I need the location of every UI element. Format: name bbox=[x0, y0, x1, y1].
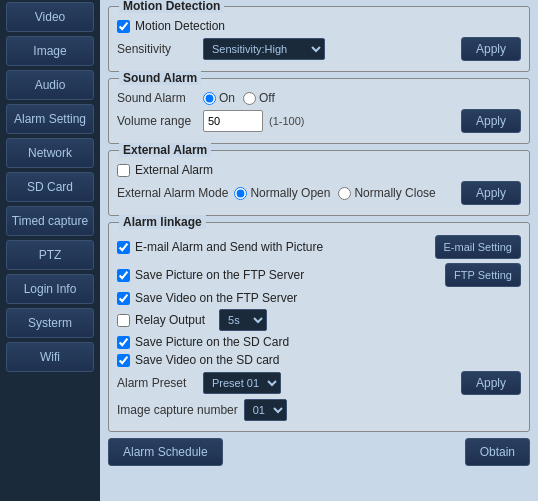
alarm-preset-label: Alarm Preset bbox=[117, 376, 197, 390]
sound-alarm-off-radio[interactable] bbox=[243, 92, 256, 105]
motion-detection-apply-button[interactable]: Apply bbox=[461, 37, 521, 61]
motion-detection-title: Motion Detection bbox=[119, 0, 224, 13]
ftp-setting-button[interactable]: FTP Setting bbox=[445, 263, 521, 287]
email-setting-button[interactable]: E-mail Setting bbox=[435, 235, 521, 259]
save-sd-picture-label: Save Picture on the SD Card bbox=[135, 335, 289, 349]
save-ftp-video-label: Save Video on the FTP Server bbox=[135, 291, 297, 305]
sidebar: Video Image Audio Alarm Setting Network … bbox=[0, 0, 100, 501]
external-alarm-title: External Alarm bbox=[119, 143, 211, 157]
sound-alarm-section: Sound Alarm Sound Alarm On Off Volume ra… bbox=[108, 78, 530, 144]
normally-open-label[interactable]: Normally Open bbox=[234, 186, 330, 200]
sidebar-item-wifi[interactable]: Wifi bbox=[6, 342, 94, 372]
sidebar-item-timed-capture[interactable]: Timed capture bbox=[6, 206, 94, 236]
sound-alarm-off-label[interactable]: Off bbox=[243, 91, 275, 105]
sound-alarm-on-radio[interactable] bbox=[203, 92, 216, 105]
sensitivity-select[interactable]: Sensitivity:High Sensitivity:Low Sensiti… bbox=[203, 38, 325, 60]
alarm-linkage-title: Alarm linkage bbox=[119, 215, 206, 229]
image-capture-label: Image capture number bbox=[117, 403, 238, 417]
normally-close-radio[interactable] bbox=[338, 187, 351, 200]
volume-range-hint: (1-100) bbox=[269, 115, 304, 127]
image-capture-select[interactable]: 01 02 03 05 bbox=[244, 399, 287, 421]
alarm-schedule-button[interactable]: Alarm Schedule bbox=[108, 438, 223, 466]
sidebar-item-image[interactable]: Image bbox=[6, 36, 94, 66]
volume-range-label: Volume range bbox=[117, 114, 197, 128]
email-alarm-checkbox[interactable] bbox=[117, 241, 130, 254]
sidebar-item-systerm[interactable]: Systerm bbox=[6, 308, 94, 338]
bottom-bar: Alarm Schedule Obtain bbox=[108, 438, 530, 466]
normally-close-label[interactable]: Normally Close bbox=[338, 186, 435, 200]
alarm-linkage-section: Alarm linkage E-mail Alarm and Send with… bbox=[108, 222, 530, 432]
sidebar-item-video[interactable]: Video bbox=[6, 2, 94, 32]
obtain-button[interactable]: Obtain bbox=[465, 438, 530, 466]
normally-open-radio[interactable] bbox=[234, 187, 247, 200]
sidebar-item-login-info[interactable]: Login Info bbox=[6, 274, 94, 304]
alarm-preset-select[interactable]: Preset 01 Preset 02 Preset 03 bbox=[203, 372, 281, 394]
save-ftp-picture-label: Save Picture on the FTP Server bbox=[135, 268, 304, 282]
save-ftp-picture-checkbox[interactable] bbox=[117, 269, 130, 282]
external-alarm-mode-label: External Alarm Mode bbox=[117, 186, 228, 200]
motion-detection-checkbox[interactable] bbox=[117, 20, 130, 33]
sound-alarm-title: Sound Alarm bbox=[119, 71, 201, 85]
sound-alarm-on-label[interactable]: On bbox=[203, 91, 235, 105]
sound-alarm-label: Sound Alarm bbox=[117, 91, 197, 105]
email-alarm-label: E-mail Alarm and Send with Picture bbox=[135, 240, 323, 254]
save-sd-picture-checkbox[interactable] bbox=[117, 336, 130, 349]
save-ftp-video-checkbox[interactable] bbox=[117, 292, 130, 305]
volume-range-input[interactable] bbox=[203, 110, 263, 132]
relay-output-label: Relay Output bbox=[135, 313, 205, 327]
sidebar-item-ptz[interactable]: PTZ bbox=[6, 240, 94, 270]
sidebar-item-network[interactable]: Network bbox=[6, 138, 94, 168]
sound-alarm-apply-button[interactable]: Apply bbox=[461, 109, 521, 133]
motion-detection-checkbox-label: Motion Detection bbox=[135, 19, 225, 33]
sidebar-item-audio[interactable]: Audio bbox=[6, 70, 94, 100]
main-content: Motion Detection Motion Detection Sensit… bbox=[100, 0, 538, 501]
relay-output-checkbox[interactable] bbox=[117, 314, 130, 327]
motion-detection-section: Motion Detection Motion Detection Sensit… bbox=[108, 6, 530, 72]
external-alarm-checkbox[interactable] bbox=[117, 164, 130, 177]
external-alarm-apply-button[interactable]: Apply bbox=[461, 181, 521, 205]
save-sd-video-label: Save Video on the SD card bbox=[135, 353, 280, 367]
relay-output-select[interactable]: 5s 1s 2s 10s 30s bbox=[219, 309, 267, 331]
sensitivity-label: Sensitivity bbox=[117, 42, 197, 56]
external-alarm-checkbox-label: External Alarm bbox=[135, 163, 213, 177]
alarm-linkage-apply-button[interactable]: Apply bbox=[461, 371, 521, 395]
sidebar-item-alarm-setting[interactable]: Alarm Setting bbox=[6, 104, 94, 134]
save-sd-video-checkbox[interactable] bbox=[117, 354, 130, 367]
external-alarm-section: External Alarm External Alarm External A… bbox=[108, 150, 530, 216]
sidebar-item-sd-card[interactable]: SD Card bbox=[6, 172, 94, 202]
